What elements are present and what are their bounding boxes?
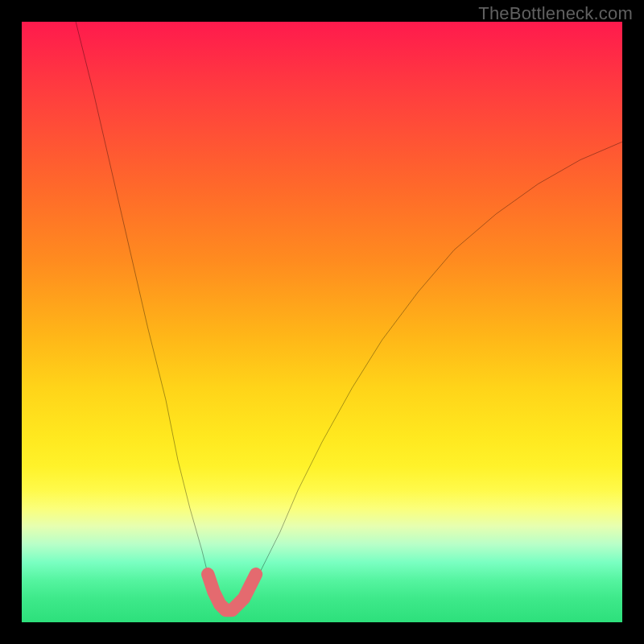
chart-container: TheBottleneck.com xyxy=(0,0,644,644)
plot-area xyxy=(22,22,622,622)
matched-range-highlight xyxy=(208,574,256,610)
bottleneck-curve xyxy=(76,22,622,610)
chart-svg xyxy=(22,22,622,622)
